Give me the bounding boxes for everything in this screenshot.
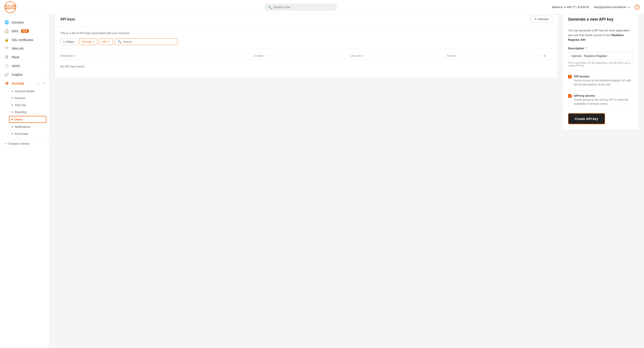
filter-api-button[interactable]: API ✕	[99, 39, 113, 45]
dns-new-badge: NEW	[21, 29, 29, 33]
dot-icon	[12, 133, 13, 134]
api-keys-title: API keys	[60, 17, 75, 21]
col-header-description: Description ⇕	[60, 54, 254, 57]
sub-nav-label: Processes	[15, 132, 28, 134]
dot-icon	[12, 91, 13, 92]
sidebar-label-insights: Insights	[12, 73, 22, 76]
account-icon: ⊞	[4, 81, 9, 85]
sidebar-label-plesk: Plesk	[12, 55, 19, 59]
filters-row: ≡ Filters IsProxy ✕ API ✕ 🔍	[60, 38, 552, 45]
filters-button[interactable]: ≡ Filters	[60, 39, 77, 45]
sidebar-label-dns: DNS	[12, 29, 18, 33]
sidebar-item-account-details[interactable]: Account details	[0, 88, 49, 95]
section-divider-2	[568, 90, 633, 90]
account-sub-nav: Account details Finance Price list Brand…	[0, 88, 49, 134]
chevron-right-icon: ›	[44, 21, 44, 24]
main-content: Users › admin › API Keys API keys ↻ Refr…	[49, 0, 644, 134]
col-header-actions: ⊞	[544, 54, 552, 57]
table-divider	[60, 49, 552, 49]
isproxy-access-row: ✓ IsProxy access Grants access to the Is…	[568, 94, 633, 106]
dot-icon	[12, 98, 13, 99]
refresh-button[interactable]: ↻ Refresh	[531, 16, 552, 23]
search-input[interactable]	[274, 5, 328, 9]
sort-icon: ⇕	[363, 55, 364, 57]
dot-active-icon	[11, 119, 12, 120]
shield-icon: 🛡	[4, 46, 9, 51]
no-data-message: No API keys found	[60, 59, 552, 74]
filter-close-icon: ✕	[93, 41, 94, 43]
search-icon: 🔍	[268, 5, 272, 9]
create-api-key-button[interactable]: Create API key	[568, 113, 605, 124]
isproxy-access-checkbox[interactable]: ✓	[568, 94, 572, 98]
balance-display: Balance: € 483.77 / $ 828.91	[552, 5, 589, 9]
sidebar-item-domains[interactable]: 🌐 Domains ›	[0, 18, 49, 27]
isproxy-access-label: IsProxy access Grants access to the IsPr…	[574, 94, 633, 106]
generate-panel: Generate a new API key You can generate …	[563, 12, 638, 130]
sidebar-item-ssl[interactable]: 🔒 SSL certificates ›	[0, 36, 49, 44]
filters-label: Filters	[66, 40, 74, 44]
chevron-right-icon: ›	[44, 73, 44, 76]
chevron-right-icon: ›	[44, 56, 44, 59]
dot-icon	[12, 126, 13, 128]
account-arrow-icon: ←	[37, 81, 40, 85]
check-icon: ✓	[569, 95, 571, 98]
user-info[interactable]: inky@upmind.com/admin ▲	[594, 5, 630, 9]
globe-icon: 🌐	[4, 20, 9, 25]
dot-icon	[12, 104, 13, 106]
generate-description: You can generate a API key for each appl…	[568, 28, 633, 42]
chevron-right-icon: ›	[44, 47, 44, 50]
sidebar-item-insights[interactable]: 📈 Insights ›	[0, 70, 49, 79]
filter-search-input[interactable]	[123, 40, 174, 44]
sub-nav-label: Branding	[15, 110, 26, 114]
chevron-right-icon: ›	[44, 30, 44, 33]
sidebar-item-price-list[interactable]: Price list	[0, 102, 49, 108]
api-keys-card-body: This is a list of API keys associated wi…	[55, 27, 558, 78]
sidebar-label-sitelock: SiteLock	[12, 47, 24, 50]
logo: REALTIME REGISTER	[4, 1, 16, 13]
generate-api-key-card: Generate a new API key You can generate …	[562, 12, 639, 130]
sidebar-item-dns[interactable]: 📋 DNS NEW ›	[0, 27, 49, 36]
header-right: Balance: € 483.77 / $ 828.91 inky@upmind…	[552, 5, 640, 10]
plesk-icon: ☰	[4, 55, 9, 59]
check-icon: ✓	[569, 75, 571, 78]
user-chevron-icon: ▲	[628, 6, 630, 8]
sidebar-item-plesk[interactable]: ☰ Plesk ›	[0, 53, 49, 61]
api-keys-description: This is a list of API keys associated wi…	[60, 31, 552, 35]
adac-icon: 📄	[4, 64, 9, 68]
sidebar-item-sitelock[interactable]: 🛡 SiteLock ›	[0, 44, 49, 53]
section-divider	[568, 71, 633, 71]
filter-search[interactable]: 🔍	[115, 38, 177, 45]
sort-icon: ⇕	[264, 55, 266, 57]
sidebar-label-ssl: SSL certificates	[12, 38, 33, 42]
refresh-label: Refresh	[538, 18, 548, 21]
info-icon[interactable]: i	[634, 5, 640, 10]
sub-nav-label: Notifications	[15, 125, 31, 128]
sidebar-item-account[interactable]: ⊞ Account ← ∨	[0, 79, 49, 88]
dns-icon: 📋	[4, 29, 9, 33]
user-email: inky@upmind.com/admin	[594, 5, 626, 9]
columns-icon[interactable]: ⊞	[544, 54, 546, 57]
sidebar-item-branding[interactable]: Branding	[0, 108, 49, 115]
logo-area: REALTIME REGISTER	[4, 1, 49, 13]
sub-nav-label: Price list	[15, 103, 26, 107]
sidebar-item-processes[interactable]: Processes	[0, 130, 49, 134]
sidebar-label-account: Account	[12, 82, 24, 85]
description-hint: Pick a description for the application, …	[568, 61, 633, 67]
col-header-last-used: Last used ⇕	[350, 54, 447, 57]
sidebar-label-adac: ADAC	[12, 64, 20, 68]
sidebar-item-users[interactable]: Users	[9, 116, 46, 123]
content-columns: API keys ↻ Refresh This is a list of API…	[55, 12, 639, 130]
filter-isproxy-label: IsProxy	[82, 40, 91, 44]
description-field-label: Description *	[568, 47, 633, 50]
search-orange-icon: 🔍	[118, 40, 121, 44]
sidebar-item-finance[interactable]: Finance	[0, 95, 49, 102]
dot-icon	[12, 111, 13, 113]
global-search[interactable]: 🔍 /	[265, 4, 336, 11]
api-access-label: API access Grants access to the Realtime…	[574, 75, 633, 87]
sidebar-item-notifications[interactable]: Notifications	[0, 123, 49, 130]
filter-isproxy-button[interactable]: IsProxy ✕	[79, 39, 98, 45]
description-input[interactable]	[568, 52, 633, 60]
api-access-checkbox[interactable]: ✓	[568, 75, 572, 78]
generate-api-key-column: Generate a new API key You can generate …	[562, 12, 639, 130]
sidebar-item-adac[interactable]: 📄 ADAC	[0, 61, 49, 70]
